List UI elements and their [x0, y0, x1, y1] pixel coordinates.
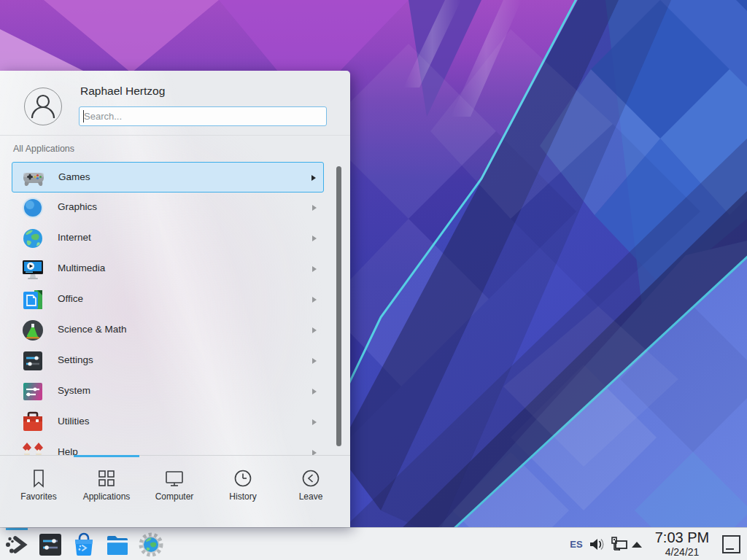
digital-clock[interactable]: 7:03 PM 4/24/21: [649, 529, 715, 558]
category-label: Internet: [58, 232, 91, 243]
user-name: Raphael Hertzog: [80, 85, 165, 98]
search-field-wrap: [79, 106, 327, 126]
category-list: Games Graphics: [12, 162, 338, 455]
gamepad-icon: [22, 166, 45, 190]
submenu-arrow-icon: [312, 266, 317, 272]
lifebuoy-icon: [21, 441, 44, 455]
active-app-indicator: [6, 528, 28, 530]
tab-label: Leave: [277, 491, 344, 502]
desktop: { "launcher": { "user_name": "Raphael He…: [0, 0, 747, 560]
browser-globe-gear-icon[interactable]: [139, 532, 163, 557]
leave-circle-icon: [301, 468, 321, 489]
expand-tray-caret-icon[interactable]: [632, 542, 642, 548]
clock-icon: [233, 468, 253, 489]
submenu-arrow-icon: [312, 419, 317, 425]
user-avatar-icon[interactable]: [24, 88, 62, 125]
category-row-help[interactable]: Help: [12, 438, 324, 455]
network-icon[interactable]: [611, 536, 629, 553]
sliders-color-icon: [21, 380, 44, 403]
submenu-arrow-icon: [312, 297, 317, 303]
bookmark-icon: [28, 468, 49, 489]
documents-icon: [21, 288, 44, 311]
search-input[interactable]: [79, 106, 327, 126]
flask-icon: [21, 319, 44, 342]
clock-time: 7:03 PM: [649, 529, 715, 546]
text-caret: [83, 110, 84, 122]
tab-applications[interactable]: Applications: [73, 458, 140, 525]
media-player-icon: [21, 257, 44, 281]
category-label: Office: [58, 293, 83, 304]
globe-icon: [21, 227, 44, 250]
category-label: Utilities: [58, 416, 90, 427]
category-row-internet[interactable]: Internet: [12, 223, 324, 254]
tab-leave[interactable]: Leave: [277, 458, 344, 525]
tab-favorites[interactable]: Favorites: [5, 458, 72, 525]
category-row-science[interactable]: Science & Math: [12, 315, 324, 346]
app-grid-icon: [96, 468, 117, 489]
sliders-dark-icon: [21, 349, 44, 373]
launcher-header: Raphael Hertzog: [0, 71, 350, 136]
clock-date: 4/24/21: [649, 546, 715, 558]
show-desktop-bar: [726, 548, 734, 550]
menu-scrollbar[interactable]: [336, 166, 341, 446]
category-label: Graphics: [58, 201, 97, 212]
blue-sphere-icon: [21, 196, 44, 219]
active-tab-indicator: [74, 455, 139, 457]
tab-computer[interactable]: Computer: [141, 458, 208, 525]
tab-label: History: [209, 491, 276, 502]
tabbar-separator: [0, 455, 350, 456]
tab-label: Computer: [141, 491, 208, 502]
submenu-arrow-icon: [312, 358, 317, 364]
category-row-settings[interactable]: Settings: [12, 346, 324, 376]
keyboard-layout-indicator[interactable]: ES: [566, 528, 587, 560]
tab-label: Favorites: [5, 491, 72, 502]
submenu-arrow-icon: [311, 175, 316, 181]
category-row-graphics[interactable]: Graphics: [12, 192, 324, 223]
submenu-arrow-icon: [312, 236, 317, 241]
volume-icon[interactable]: [588, 536, 605, 553]
category-label: System: [58, 385, 90, 396]
category-row-utilities[interactable]: Utilities: [12, 407, 324, 438]
application-launcher-menu: Raphael Hertzog All Applications: [0, 71, 350, 527]
category-row-office[interactable]: Office: [12, 284, 324, 315]
tab-label: Applications: [73, 491, 140, 502]
submenu-arrow-icon: [312, 389, 317, 394]
category-row-multimedia[interactable]: Multimedia: [12, 254, 324, 284]
tab-history[interactable]: History: [209, 458, 276, 525]
category-label: Settings: [58, 354, 93, 365]
section-label: All Applications: [13, 144, 74, 154]
category-label: Multimedia: [58, 262, 105, 273]
system-settings-icon[interactable]: [38, 532, 63, 557]
submenu-arrow-icon: [312, 205, 317, 211]
submenu-arrow-icon: [312, 450, 317, 455]
file-manager-folder-icon[interactable]: [105, 532, 130, 557]
submenu-arrow-icon: [312, 327, 317, 333]
category-row-system[interactable]: System: [12, 376, 324, 407]
kde-launcher-icon[interactable]: [4, 532, 29, 557]
monitor-icon: [164, 468, 185, 489]
discover-bag-icon[interactable]: [71, 532, 96, 557]
category-label: Science & Math: [58, 324, 127, 335]
category-label: Help: [58, 446, 78, 455]
taskbar: ES 7:03 PM 4/24/21: [0, 527, 747, 560]
show-desktop-button[interactable]: [722, 535, 740, 553]
category-label: Games: [58, 171, 90, 182]
toolbox-icon: [21, 411, 44, 434]
category-row-games[interactable]: Games: [12, 162, 324, 192]
